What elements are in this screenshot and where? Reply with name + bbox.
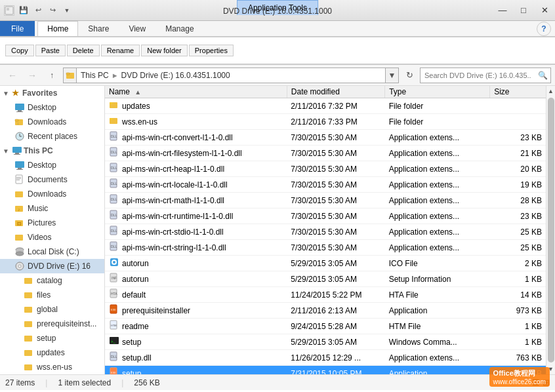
undo-quick-btn[interactable]: ↩ — [31, 4, 45, 17]
sidebar-item-local-disk[interactable]: Local Disk (C:) — [0, 245, 104, 259]
file-date: 2/11/2016 7:32 PM — [287, 98, 384, 114]
sidebar-videos-label: Videos — [28, 233, 51, 242]
table-row[interactable]: DLL api-ms-win-crt-stdio-l1-1-0.dll 7/30… — [105, 224, 546, 240]
back-button[interactable]: ← — [4, 68, 21, 83]
path-icon[interactable] — [63, 68, 76, 83]
col-header-type[interactable]: Type — [385, 86, 490, 98]
maximize-button[interactable]: □ — [513, 0, 534, 21]
ribbon-rename-btn[interactable]: Rename — [101, 45, 140, 56]
table-row[interactable]: INF autorun 5/29/2015 3:05 AM Setup Info… — [105, 271, 546, 287]
application-tools-tab[interactable]: Application Tools — [237, 0, 318, 15]
table-row[interactable]: wss.en-us 2/11/2016 7:33 PM File folder — [105, 114, 546, 130]
ribbon-paste-btn[interactable]: Paste — [35, 45, 66, 56]
sidebar-item-pictures[interactable]: 🖼 Pictures — [0, 216, 104, 230]
main-area: ▼ ★ Favorites Desktop ↓ Downloads Recent… — [0, 86, 555, 374]
table-row[interactable]: EXE setup 7/31/2015 10:05 PM Application… — [105, 366, 546, 375]
col-header-date[interactable]: Date modified — [287, 86, 384, 98]
tab-manage[interactable]: Manage — [155, 21, 203, 36]
sidebar-item-updates[interactable]: updates — [0, 345, 104, 360]
redo-quick-btn[interactable]: ↪ — [46, 4, 59, 17]
right-scrollbar[interactable]: ▲ ▼ — [546, 86, 555, 374]
favorites-header[interactable]: ▼ ★ Favorites — [0, 86, 104, 100]
table-row[interactable]: DLL api-ms-win-crt-filesystem-l1-1-0.dll… — [105, 146, 546, 161]
file-name: prerequisiteinstaller — [122, 306, 190, 315]
table-row[interactable]: DLL api-ms-win-crt-locale-l1-1-0.dll 7/3… — [105, 177, 546, 193]
file-size: 1 KB — [490, 334, 546, 350]
ribbon-newfolder-btn[interactable]: New folder — [141, 45, 188, 56]
address-path[interactable]: This PC ► DVD Drive (E:) 16.0.4351.1000 — [76, 68, 386, 83]
sidebar-prerequisite-label: prerequisiteinst... — [37, 319, 96, 328]
file-date: 7/30/2015 5:30 AM — [287, 224, 384, 240]
file-size: 21 KB — [490, 146, 546, 161]
file-size: 14 KB — [490, 287, 546, 303]
ribbon-properties-btn[interactable]: Properties — [189, 45, 234, 56]
search-icon[interactable]: 🔍 — [535, 68, 550, 83]
table-row[interactable]: updates 2/11/2016 7:32 PM File folder — [105, 98, 546, 114]
file-icon: DLL — [109, 178, 119, 191]
table-row[interactable]: HTA default 11/24/2015 5:22 PM HTA File … — [105, 287, 546, 303]
help-button[interactable]: ? — [537, 22, 551, 36]
table-row[interactable]: DLL api-ms-win-crt-heap-l1-1-0.dll 7/30/… — [105, 161, 546, 177]
sidebar-item-videos[interactable]: Videos — [0, 230, 104, 245]
sidebar-downloads-fav-label: Downloads — [28, 117, 66, 127]
close-button[interactable]: ✕ — [534, 0, 555, 21]
sidebar-item-files[interactable]: files — [0, 288, 104, 302]
dvd-icon — [14, 261, 25, 271]
tab-home[interactable]: Home — [37, 21, 78, 36]
file-type: Windows Comma... — [385, 334, 490, 350]
up-button[interactable]: ↑ — [43, 68, 60, 83]
file-type: Setup Information — [385, 271, 490, 287]
forward-button[interactable]: → — [24, 68, 41, 83]
file-icon: DLL — [109, 194, 119, 206]
file-name: api-ms-win-crt-string-l1-1-0.dll — [122, 243, 226, 252]
sidebar-item-downloads-pc[interactable]: Downloads — [0, 187, 104, 201]
sidebar-item-desktop-pc[interactable]: Desktop — [0, 158, 104, 172]
table-row[interactable]: DLL api-ms-win-crt-convert-l1-1-0.dll 7/… — [105, 130, 546, 146]
sidebar-item-setup-folder[interactable]: setup — [0, 331, 104, 345]
tab-share[interactable]: Share — [78, 21, 119, 36]
tab-view[interactable]: View — [119, 21, 155, 36]
sidebar-item-recent-fav[interactable]: Recent places — [0, 129, 104, 144]
thispc-header[interactable]: ▼ This PC — [0, 144, 104, 158]
table-row[interactable]: >_ setup 5/29/2015 3:05 AM Windows Comma… — [105, 334, 546, 350]
sidebar-item-documents[interactable]: Documents — [0, 172, 104, 187]
svg-text:INF: INF — [112, 276, 117, 280]
videos-icon — [14, 232, 25, 243]
search-input[interactable] — [421, 71, 535, 79]
ribbon-copy-btn[interactable]: Copy — [5, 45, 34, 56]
save-quick-btn[interactable]: 💾 — [17, 4, 30, 17]
refresh-button[interactable]: ↻ — [401, 68, 417, 83]
window-controls: — □ ✕ — [492, 0, 555, 21]
sidebar-item-global[interactable]: global — [0, 302, 104, 317]
tab-file[interactable]: File — [0, 21, 35, 36]
path-dvddrive: DVD Drive (E:) 16.0.4351.1000 — [121, 71, 230, 80]
col-header-size[interactable]: Size — [490, 86, 546, 98]
col-header-name[interactable]: Name ▲ — [105, 86, 287, 98]
table-row[interactable]: HTM readme 9/24/2015 5:28 AM HTM File 1 … — [105, 319, 546, 334]
file-name: setup — [122, 338, 141, 347]
sidebar-item-catalog[interactable]: catalog — [0, 273, 104, 288]
sidebar-desktop-pc-label: Desktop — [28, 161, 56, 170]
sidebar-item-dvd[interactable]: DVD Drive (E:) 16 — [0, 259, 104, 273]
svg-text:HTA: HTA — [111, 292, 117, 296]
file-type: Application extens... — [385, 350, 490, 366]
table-row[interactable]: DLL api-ms-win-crt-string-l1-1-0.dll 7/3… — [105, 240, 546, 256]
sidebar-item-prerequisite[interactable]: prerequisiteinst... — [0, 317, 104, 331]
file-name: setup.dll — [122, 353, 152, 363]
table-row[interactable]: DLL api-ms-win-crt-math-l1-1-0.dll 7/30/… — [105, 193, 546, 208]
dropdown-quick-btn[interactable]: ▼ — [60, 4, 73, 17]
address-dropdown[interactable]: ▼ — [386, 68, 399, 83]
table-row[interactable]: autorun 5/29/2015 3:05 AM ICO File 2 KB — [105, 256, 546, 271]
table-row[interactable]: DLL setup.dll 11/26/2015 12:29 ... Appli… — [105, 350, 546, 366]
file-icon: EXE — [109, 304, 119, 317]
ribbon-delete-btn[interactable]: Delete — [67, 45, 100, 56]
sidebar-item-desktop-fav[interactable]: Desktop — [0, 100, 104, 115]
table-row[interactable]: DLL api-ms-win-crt-runtime-l1-1-0.dll 7/… — [105, 208, 546, 224]
minimize-button[interactable]: — — [492, 0, 513, 21]
search-box[interactable]: 🔍 — [420, 68, 551, 83]
sidebar-item-wss[interactable]: wss.en-us — [0, 360, 104, 374]
file-name: api-ms-win-crt-convert-l1-1-0.dll — [122, 133, 233, 142]
sidebar-item-downloads-fav[interactable]: ↓ Downloads — [0, 115, 104, 129]
sidebar-item-music[interactable]: ♪ Music — [0, 201, 104, 216]
table-row[interactable]: EXE prerequisiteinstaller 2/11/2016 2:13… — [105, 303, 546, 319]
